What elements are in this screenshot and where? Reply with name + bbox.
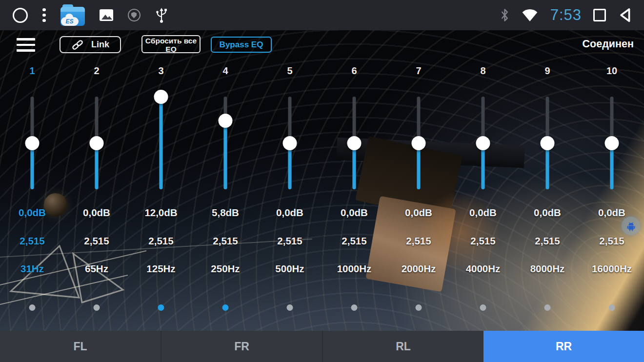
band-page-dot [158, 304, 164, 311]
band-number: 9 [515, 65, 580, 77]
band-q-value: 2,515 [64, 235, 129, 247]
eq-band-8: 8 0,0dB 2,515 4000Hz [451, 63, 515, 313]
band-slider[interactable] [282, 90, 297, 196]
slider-fill [160, 97, 163, 189]
android-robot-icon[interactable] [622, 217, 640, 235]
clock: 7:53 [550, 6, 582, 24]
wifi-icon [521, 8, 539, 22]
hamburger-menu-icon[interactable] [17, 38, 35, 52]
band-q-value: 2,515 [451, 235, 515, 247]
slider-thumb[interactable] [283, 136, 297, 150]
band-freq-label: 500Hz [258, 263, 322, 275]
slider-thumb[interactable] [90, 136, 104, 150]
band-page-dot [29, 304, 36, 311]
eq-band-10: 10 0,0dB 2,515 16000Hz [580, 63, 644, 313]
reset-button-line2: EQ [142, 45, 200, 53]
back-button-icon[interactable] [618, 7, 631, 23]
band-slider[interactable] [25, 90, 40, 196]
slider-fill [224, 121, 227, 189]
channel-tab-bar: FLFRRLRR [0, 331, 644, 362]
band-freq-label: 65Hz [64, 263, 129, 275]
channel-tab-fl[interactable]: FL [0, 331, 161, 362]
connection-status: Соединен [583, 38, 634, 50]
band-freq-label: 31Hz [0, 263, 64, 275]
navigation-circle-icon[interactable] [13, 8, 28, 23]
band-slider[interactable] [154, 90, 168, 196]
eq-band-9: 9 0,0dB 2,515 8000Hz [515, 63, 580, 313]
recents-button-icon[interactable] [593, 9, 606, 21]
band-q-value: 2,515 [193, 235, 258, 247]
channel-tab-rl[interactable]: RL [322, 331, 483, 362]
channel-tab-rr[interactable]: RR [483, 331, 644, 362]
band-q-value: 2,515 [580, 235, 644, 247]
band-freq-label: 4000Hz [451, 263, 515, 275]
band-q-value: 2,515 [386, 235, 451, 247]
slider-thumb[interactable] [412, 136, 426, 150]
reset-button-line1: Сбросить все [142, 37, 200, 45]
equalizer-bands: 1 0,0dB 2,515 31Hz 2 0,0dB 2,515 65Hz 3 … [0, 63, 644, 313]
eq-band-2: 2 0,0dB 2,515 65Hz [64, 63, 129, 313]
band-db-value: 5,8dB [193, 207, 258, 219]
band-freq-label: 16000Hz [580, 263, 644, 275]
band-page-dot [480, 304, 486, 311]
band-number: 2 [64, 65, 129, 77]
band-q-value: 2,515 [515, 235, 580, 247]
band-db-value: 0,0dB [386, 207, 451, 219]
band-freq-label: 1000Hz [322, 263, 386, 275]
band-slider[interactable] [89, 90, 104, 196]
bypass-eq-button[interactable]: Bypass EQ [211, 37, 272, 53]
band-q-value: 2,515 [0, 235, 64, 247]
band-page-dot [609, 304, 615, 311]
reset-all-eq-button[interactable]: Сбросить все EQ [141, 35, 201, 53]
bypass-button-label: Bypass EQ [220, 40, 263, 50]
eq-band-3: 3 12,0dB 2,515 125Hz [129, 63, 193, 313]
band-slider[interactable] [476, 90, 490, 196]
band-number: 6 [322, 65, 386, 77]
band-q-value: 2,515 [322, 235, 386, 247]
band-number: 5 [258, 65, 322, 77]
eq-band-1: 1 0,0dB 2,515 31Hz [0, 63, 64, 313]
overflow-menu-icon[interactable] [42, 8, 46, 22]
es-logo-text: ES [65, 18, 73, 25]
band-number: 4 [193, 65, 258, 77]
band-page-dot [416, 304, 422, 311]
band-slider[interactable] [218, 90, 233, 196]
band-freq-label: 8000Hz [515, 263, 580, 275]
slider-thumb[interactable] [476, 136, 490, 150]
band-db-value: 12,0dB [129, 207, 193, 219]
slider-thumb[interactable] [154, 90, 168, 104]
band-slider[interactable] [540, 90, 555, 196]
band-page-dot [94, 304, 100, 311]
slider-thumb[interactable] [25, 136, 40, 150]
band-db-value: 0,0dB [515, 207, 580, 219]
slider-thumb[interactable] [219, 114, 233, 128]
bluetooth-icon [500, 8, 509, 22]
slider-thumb[interactable] [605, 136, 619, 150]
slider-thumb[interactable] [347, 136, 362, 150]
band-slider[interactable] [347, 90, 362, 196]
eq-band-4: 4 5,8dB 2,515 250Hz [193, 63, 258, 313]
status-bar: ES 7:53 [0, 0, 644, 30]
channel-tab-fr[interactable]: FR [161, 331, 322, 362]
band-page-dot [222, 304, 229, 311]
usb-icon[interactable] [155, 7, 168, 23]
band-number: 3 [129, 65, 193, 77]
gallery-icon[interactable] [100, 9, 113, 21]
band-db-value: 0,0dB [64, 207, 129, 219]
eq-band-5: 5 0,0dB 2,515 500Hz [258, 63, 322, 313]
eq-band-7: 7 0,0dB 2,515 2000Hz [386, 63, 451, 313]
link-button-label: Link [91, 40, 109, 50]
band-number: 1 [0, 65, 64, 77]
band-db-value: 0,0dB [451, 207, 515, 219]
link-button[interactable]: Link [60, 36, 121, 53]
band-number: 7 [386, 65, 451, 77]
es-file-explorer-icon[interactable]: ES [60, 4, 85, 26]
band-slider[interactable] [411, 90, 426, 196]
band-slider[interactable] [604, 90, 619, 196]
privacy-guard-icon[interactable] [128, 9, 141, 21]
band-page-dot [287, 304, 293, 311]
band-db-value: 0,0dB [580, 207, 644, 219]
eq-band-6: 6 0,0dB 2,515 1000Hz [322, 63, 386, 313]
slider-thumb[interactable] [541, 136, 555, 150]
band-q-value: 2,515 [129, 235, 193, 247]
